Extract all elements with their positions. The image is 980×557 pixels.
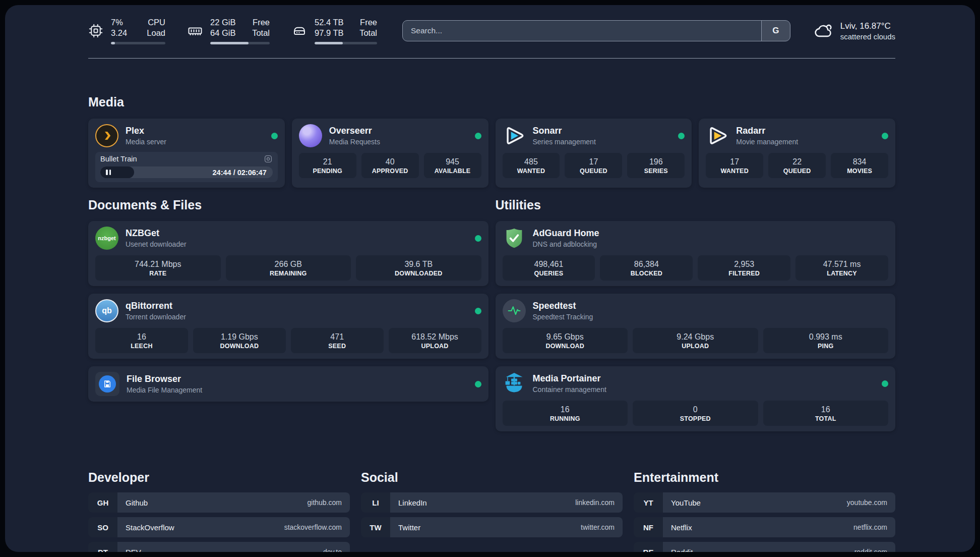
disk-free-label: Free	[359, 17, 377, 28]
bookmark-abbr: NF	[634, 517, 663, 537]
bookmark-url: youtube.com	[847, 498, 887, 507]
bookmark-abbr: DT	[88, 542, 117, 552]
cpu-icon	[88, 23, 103, 38]
stat-label: SEED	[293, 343, 382, 350]
stat-value: 40	[363, 157, 417, 166]
card-nzbget[interactable]: nzbget NZBGet Usenet downloader 744.21 M…	[88, 221, 488, 286]
playback-elapsed	[100, 166, 134, 178]
stat-value: 9.65 Gbps	[505, 332, 626, 342]
stat-label: MOVIES	[833, 168, 886, 175]
stat-label: FILTERED	[700, 270, 788, 277]
disk-stat: 52.4 TB97.9 TB FreeTotal	[292, 17, 377, 45]
bookmark-row-netflix[interactable]: NF Netflixnetflix.com	[634, 517, 895, 537]
stat-value: 39.6 TB	[358, 259, 479, 269]
adguard-icon	[503, 227, 526, 250]
status-dot	[475, 381, 481, 387]
stat-box: 39.6 TBDOWNLOADED	[356, 255, 481, 281]
app-description: Container management	[533, 385, 606, 394]
bookmark-title-entertainment: Entertainment	[634, 470, 895, 485]
stat-label: QUEUED	[567, 168, 620, 175]
bookmark-name: YouTube	[671, 498, 701, 507]
memory-stat: 22 GiB64 GiB FreeTotal	[188, 17, 270, 45]
disk-icon	[292, 23, 307, 38]
stat-label: UPLOAD	[635, 343, 756, 350]
playback-progress-bar[interactable]: 24:44 / 02:06:47	[100, 166, 273, 178]
stat-box: 498,461QUERIES	[503, 255, 595, 281]
section-title-media: Media	[88, 95, 895, 109]
stat-value: 2,953	[700, 259, 788, 269]
stat-box: 744.21 MbpsRATE	[95, 255, 221, 281]
card-portainer[interactable]: Media Portainer Container management 16R…	[496, 366, 896, 431]
memory-usage-bar	[210, 42, 270, 44]
filebrowser-icon	[95, 372, 119, 396]
stat-value: 22	[770, 157, 824, 166]
stat-box: 21PENDING	[299, 153, 356, 178]
bookmark-name: StackOverflow	[126, 523, 174, 532]
stat-box: 618.52 MbpsUPLOAD	[389, 328, 481, 353]
bookmark-url: stackoverflow.com	[284, 523, 342, 531]
stat-label: APPROVED	[363, 168, 417, 175]
stat-value: 0.993 ms	[765, 332, 887, 342]
card-qbittorrent[interactable]: qb qBittorrent Torrent downloader 16LEEC…	[88, 294, 488, 359]
status-dot	[475, 133, 481, 139]
stat-box: 86,384BLOCKED	[600, 255, 693, 281]
stat-label: REMAINING	[228, 270, 349, 277]
bookmark-row-youtube[interactable]: YT YouTubeyoutube.com	[634, 492, 895, 513]
bookmark-abbr: RE	[634, 542, 663, 552]
stat-value: 618.52 Mbps	[391, 332, 479, 342]
card-adguard[interactable]: AdGuard Home DNS and adblocking 498,461Q…	[496, 221, 896, 286]
card-overseerr[interactable]: Overseerr Media Requests 21PENDING 40APP…	[292, 119, 488, 188]
stat-box: 16TOTAL	[763, 401, 889, 426]
bookmark-row-twitter[interactable]: TW Twittertwitter.com	[361, 517, 623, 537]
card-sonarr[interactable]: Sonarr Series management 485WANTED 17QUE…	[496, 119, 692, 188]
disk-free-value: 52.4 TB	[315, 17, 343, 28]
search-engine-button[interactable]: G	[761, 21, 790, 41]
card-plex[interactable]: Plex Media server Bullet Train	[88, 119, 285, 188]
card-filebrowser[interactable]: File Browser Media File Management	[88, 366, 488, 402]
stat-box: 17QUEUED	[565, 153, 622, 178]
search-box: G	[402, 20, 790, 41]
search-input[interactable]	[403, 21, 761, 41]
bookmark-url: twitter.com	[581, 523, 615, 531]
bookmark-section-social: Social LI LinkedInlinkedin.com TW Twitte…	[361, 470, 623, 552]
card-speedtest[interactable]: Speedtest Speedtest Tracking 9.65 GbpsDO…	[496, 294, 896, 359]
stat-label: PENDING	[301, 168, 354, 175]
stat-box: 40APPROVED	[361, 153, 419, 178]
stat-value: 196	[629, 157, 683, 166]
status-dot	[678, 133, 685, 139]
app-description: Series management	[533, 138, 596, 146]
stat-box: 1.19 GbpsDOWNLOAD	[193, 328, 286, 353]
stat-box: 47.571 msLATENCY	[795, 255, 888, 281]
stat-value: 86,384	[602, 259, 691, 269]
bookmark-name: Twitter	[398, 523, 420, 532]
status-dot	[882, 380, 888, 387]
memory-free-value: 22 GiB	[210, 17, 235, 28]
cast-icon[interactable]	[264, 154, 273, 163]
bookmark-row-github[interactable]: GH Githubgithub.com	[88, 492, 350, 513]
section-title-utilities: Utilities	[496, 198, 896, 212]
bookmark-row-stackoverflow[interactable]: SO StackOverflowstackoverflow.com	[88, 517, 350, 537]
bookmark-abbr: TW	[361, 517, 390, 537]
section-documents: Documents & Files nzbget NZBGet Usenet d…	[88, 198, 488, 409]
app-name: File Browser	[127, 374, 202, 384]
stat-value: 17	[567, 157, 620, 166]
memory-total-value: 64 GiB	[210, 28, 235, 38]
card-radarr[interactable]: Radarr Movie management 17WANTED 22QUEUE…	[699, 119, 895, 188]
app-name: qBittorrent	[126, 301, 186, 311]
bookmark-abbr: LI	[361, 492, 390, 513]
stat-value: 9.24 Gbps	[635, 332, 756, 342]
bookmark-row-linkedin[interactable]: LI LinkedInlinkedin.com	[361, 492, 623, 513]
app-name: NZBGet	[126, 228, 187, 239]
pause-icon[interactable]	[106, 170, 108, 175]
topbar-divider	[88, 58, 895, 59]
memory-free-label: Free	[252, 17, 270, 28]
playback-time: 24:44 / 02:06:47	[213, 169, 267, 177]
app-name: Radarr	[736, 126, 798, 136]
stat-value: 945	[426, 157, 479, 166]
bookmark-row-dev[interactable]: DT DEVdev.to	[88, 542, 350, 552]
bookmark-row-reddit[interactable]: RE Redditreddit.com	[634, 542, 895, 552]
stat-box: 485WANTED	[503, 153, 560, 178]
bookmark-abbr: GH	[88, 492, 117, 513]
topbar: 7%3.24 CPULoad 22 GiB64 GiB FreeTotal	[88, 15, 895, 46]
stat-label: TOTAL	[765, 415, 887, 422]
